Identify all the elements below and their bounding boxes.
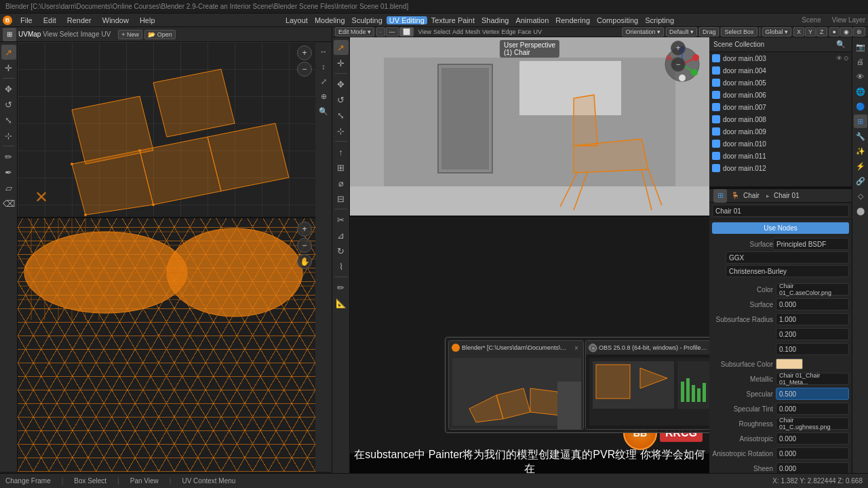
outliner-item-door004[interactable]: door main.004: [709, 64, 852, 77]
outliner-item-door010[interactable]: door main.010: [709, 138, 852, 150]
3d-extrude-btn[interactable]: ↑: [334, 144, 349, 159]
edge-select-btn[interactable]: —: [386, 27, 399, 37]
pivot-btn[interactable]: Default ▾: [666, 27, 697, 37]
global-btn[interactable]: Global ▾: [762, 27, 792, 37]
outliner-item-door006[interactable]: door main.006: [709, 89, 852, 101]
workspace-animation[interactable]: Animation: [513, 16, 551, 24]
3d-inset-btn[interactable]: ⊞: [334, 160, 349, 175]
outliner-item-door011[interactable]: door main.011: [709, 150, 852, 162]
workspace-scripting[interactable]: Scripting: [642, 16, 677, 24]
prop-output-icon[interactable]: 🖨: [854, 55, 867, 68]
vertex-select-btn[interactable]: ·: [376, 27, 385, 37]
outliner-item-door003[interactable]: door main.003 👁 ⊙: [709, 52, 852, 64]
prop-render-icon[interactable]: 📷: [854, 40, 867, 54]
3d-annotate-btn[interactable]: ✏: [334, 280, 349, 295]
workspace-layout[interactable]: Layout: [283, 16, 311, 24]
edit-mode-btn[interactable]: Edit Mode ▾: [335, 27, 374, 37]
outliner-item-door007[interactable]: door main.007: [709, 101, 852, 113]
roughness-val[interactable]: Chair 01_C.ughness.png: [776, 418, 849, 430]
task-thumb-obs[interactable]: OBS 25.0.8 (64-bit, windows) - Profile: …: [585, 340, 709, 430]
prop-object-icon[interactable]: ⊞: [854, 115, 867, 128]
3d-cursor-btn[interactable]: ✛: [334, 56, 349, 70]
workspace-modeling[interactable]: Modeling: [312, 16, 348, 24]
prop-physics-icon[interactable]: ⚡: [854, 159, 867, 173]
xray-btn[interactable]: X: [793, 27, 804, 37]
uv-select-btn[interactable]: Select: [60, 30, 79, 38]
workspace-sculpting[interactable]: Sculpting: [349, 16, 385, 24]
vp-edge-btn[interactable]: Edge: [501, 28, 515, 35]
outliner-filter-btn[interactable]: 🔍: [834, 38, 848, 52]
annotate-btn[interactable]: ✏: [1, 149, 16, 164]
workspace-shading[interactable]: Shading: [479, 16, 511, 24]
workspace-texture-paint[interactable]: Texture Paint: [429, 16, 477, 24]
uv-bottom-zoom-out[interactable]: −: [297, 238, 312, 253]
3d-knife-btn[interactable]: ✂: [334, 212, 349, 227]
menu-file[interactable]: File: [18, 16, 35, 24]
uv-ctrl-4[interactable]: ⊕: [317, 89, 330, 103]
uv-ctrl-5[interactable]: 🔍: [317, 104, 330, 118]
face-select-btn[interactable]: ⬜: [399, 27, 414, 37]
3d-select-btn[interactable]: ↗: [334, 40, 349, 55]
subsurface-b-val[interactable]: 0.100: [776, 343, 849, 355]
vp-face-btn[interactable]: Face: [518, 28, 532, 35]
uv-view-btn[interactable]: View: [43, 30, 58, 38]
anisotropic-val[interactable]: 0.000: [776, 432, 849, 445]
outliner-item-door008[interactable]: door main.008: [709, 113, 852, 125]
prop-material-icon[interactable]: ⬤: [854, 204, 867, 218]
zoom-out-3d[interactable]: −: [671, 57, 686, 72]
zoom-in-3d[interactable]: +: [671, 41, 686, 56]
subsurface-r-val[interactable]: 1.000: [776, 313, 849, 325]
specular-tint-val[interactable]: 0.000: [776, 403, 849, 415]
shading-material-btn[interactable]: ◉: [840, 27, 852, 37]
scale-tool-btn[interactable]: ⤡: [1, 113, 16, 127]
3d-smooth-btn[interactable]: ⌇: [334, 259, 349, 274]
vp-mesh-btn[interactable]: Mesh: [465, 28, 480, 35]
annotate-line-btn[interactable]: ✒: [1, 165, 16, 180]
orientation-btn[interactable]: Orientation ▾: [622, 27, 664, 37]
surface-val[interactable]: 0.000: [776, 298, 849, 310]
shading-solid-btn[interactable]: ●: [829, 27, 840, 37]
surface-type-value[interactable]: Principled BSDF: [773, 238, 849, 250]
overlay-btn[interactable]: Y: [805, 27, 816, 37]
prop-data-icon[interactable]: ◇: [854, 189, 867, 203]
uv-ctrl-1[interactable]: ↔: [317, 45, 330, 58]
3d-rotate-btn[interactable]: ↺: [334, 92, 349, 107]
outliner-item-door012[interactable]: door main.012: [709, 162, 852, 173]
vp-select-btn[interactable]: Select: [433, 28, 450, 35]
3d-move-btn[interactable]: ✥: [334, 77, 349, 92]
uv-image-btn[interactable]: Image: [81, 30, 100, 38]
select-tool-btn[interactable]: ↗: [1, 45, 16, 60]
select-box-btn[interactable]: Select Box: [721, 27, 757, 37]
3d-poly-build-btn[interactable]: ⊿: [334, 228, 349, 243]
3d-measure-btn[interactable]: 📐: [334, 296, 349, 310]
uv-uv-btn[interactable]: UV: [101, 30, 111, 38]
3d-transform-btn[interactable]: ⊹: [334, 123, 349, 138]
menu-window[interactable]: Window: [100, 16, 132, 24]
uv-ctrl-2[interactable]: ↕: [317, 60, 330, 73]
prop-particle-icon[interactable]: ✨: [854, 144, 867, 158]
3d-scale-btn[interactable]: ⤡: [334, 108, 349, 123]
prop-modifier-icon[interactable]: 🔧: [854, 129, 867, 143]
workspace-compositing[interactable]: Compositing: [594, 16, 641, 24]
blender-thumb-close[interactable]: ×: [572, 344, 580, 352]
vp-uv-btn[interactable]: UV: [534, 28, 542, 35]
zoom-out-btn[interactable]: −: [297, 62, 312, 77]
menu-help[interactable]: Help: [137, 16, 158, 24]
subsurface-color-swatch[interactable]: [776, 359, 803, 369]
annotate-erase-btn[interactable]: ⌫: [1, 196, 16, 211]
snap-btn[interactable]: Drag: [699, 27, 719, 37]
3d-loop-btn[interactable]: ⊟: [334, 191, 349, 206]
outliner-scroll[interactable]: door main.003 👁 ⊙ door main.004: [709, 52, 852, 173]
workspace-rendering[interactable]: Rendering: [553, 16, 593, 24]
subsurface-g-val[interactable]: 0.200: [776, 328, 849, 340]
vp-view-btn[interactable]: View: [418, 28, 431, 35]
prop-icon-object[interactable]: ⊞: [713, 189, 727, 203]
outliner-item-door009[interactable]: door main.009: [709, 125, 852, 138]
outliner-item-door005[interactable]: door main.005: [709, 77, 852, 89]
rotate-tool-btn[interactable]: ↺: [1, 97, 16, 112]
uv-editor-mode-btn[interactable]: ⊞: [3, 28, 16, 41]
uv-new-btn[interactable]: + New: [118, 30, 142, 39]
prop-view-icon[interactable]: 👁: [854, 70, 867, 83]
vp-vertex-btn[interactable]: Vertex: [482, 28, 500, 35]
uv-bottom-zoom-in[interactable]: +: [297, 222, 312, 237]
